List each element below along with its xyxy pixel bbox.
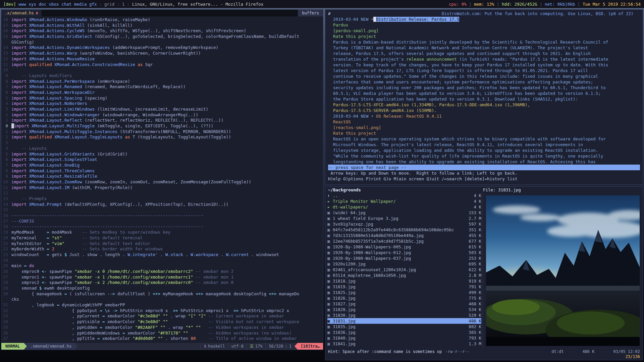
- workspace-item[interactable]: sys: [26, 2, 36, 7]
- link[interactable]: Pardus-17.5-LTS-XFCE-amd64.iso (1,334MB)…: [328, 102, 530, 107]
- file-row[interactable]: ▣(wide) 64.jpg153 K: [327, 210, 481, 216]
- percent-label: 17%: [255, 344, 263, 349]
- image-file-icon: ▣: [327, 301, 333, 307]
- file-row[interactable]: ▣31825.jpg499 K: [327, 290, 481, 295]
- file-row[interactable]: ▣31828.jpg534 K: [327, 307, 481, 312]
- file-row[interactable]: ▣1920-By-1080-Wallpapers-037.jpg253 K: [327, 255, 481, 261]
- code-line: 18--------------------------------------…: [3, 224, 323, 230]
- file-row[interactable]: ▣31827.jpg468 K: [327, 301, 481, 307]
- link[interactable]: Rate this project: [328, 34, 376, 39]
- file-row[interactable]: ▣31818.jpg919 K: [327, 278, 481, 284]
- browser-text: "While the community wish-list for quali…: [328, 154, 603, 159]
- file-row[interactable]: ▣3vo91g7azxqz.jpg597 K: [327, 221, 481, 227]
- file-row[interactable]: ▣03114_mapletree_1680x1050.jpg2.8 M: [327, 273, 481, 278]
- file-row[interactable]: ▣1920x1200.jpg695 K: [327, 261, 481, 267]
- browser-text: #: [328, 11, 331, 16]
- file-row[interactable]: ▣31826.jpg775 K: [327, 295, 481, 301]
- link[interactable]: [reactos-small.png]: [328, 125, 381, 130]
- code-area[interactable]: 18import XMonad.Actions.WindowGo (runOrR…: [1, 16, 323, 343]
- file-size: 793 K: [464, 335, 481, 341]
- file-row[interactable]: ▣1920-By-1080-Wallpapers-005.jpg615 K: [327, 244, 481, 250]
- current-directory: ~/Backgrounds: [328, 187, 483, 192]
- line-number: 18: [3, 224, 11, 230]
- topbar-separator: :: [114, 2, 122, 7]
- file-row[interactable]: ▣31840.jpg793 K: [327, 335, 481, 341]
- link[interactable]: OS Release: ReactOS 0.4.11: [376, 114, 442, 119]
- preview-title: File: 31831.jpg: [483, 187, 640, 192]
- image-file-icon: ▣: [327, 318, 333, 324]
- link[interactable]: release announcement: [406, 57, 457, 62]
- link[interactable]: Rate this project: [328, 131, 376, 136]
- image-file-icon: ▣: [327, 312, 333, 318]
- column-number: 1: [289, 344, 291, 349]
- file-row[interactable]: ▣31835.jpg802 K: [327, 324, 481, 329]
- file-size: 351 K: [464, 227, 481, 233]
- workspace-item[interactable]: www: [16, 2, 26, 7]
- link[interactable]: Distribution Release: Pardus 17.5: [376, 17, 459, 22]
- file-list[interactable]: ↑..4 K▸Triple Monitor Wallpaper/4 K▸dt-w…: [325, 193, 483, 349]
- workspace-item[interactable]: media: [71, 2, 87, 7]
- file-row[interactable]: ▣31836.jpg365 K: [327, 329, 481, 335]
- file-row[interactable]: ▣1 wheat field Europe 3.jpg2.7 M: [327, 216, 481, 221]
- code-line: 33 , ppCurrent = xmobarColor "#c3e88d" "…: [3, 313, 323, 319]
- editor-tab[interactable]: .x/xmonad.hs ✘: [1, 10, 42, 16]
- file-row[interactable]: ▣04fc7e45d58112b2a9fe446c8c6358866b694e1…: [327, 227, 481, 233]
- file-size: 253 K: [464, 255, 481, 261]
- filemanager-header: ~/Backgrounds File: 31831.jpg: [325, 187, 643, 193]
- line-number: 15: [3, 34, 11, 40]
- browser-line: 2019-03-04 NEW • Distribution Release: P…: [328, 16, 640, 22]
- file-row[interactable]: ▣31841.jpg1.3 M: [327, 341, 481, 347]
- workspace-item[interactable]: chat: [59, 2, 72, 7]
- code-line: 6import XMonad.Layout.SimplestFloat: [3, 157, 323, 163]
- file-row[interactable]: ▣31819.jpg791 K: [327, 284, 481, 290]
- line-number: 28: [3, 280, 11, 286]
- workspace-item[interactable]: vbox: [46, 2, 59, 7]
- file-row[interactable]: ▣7d3c13155880e514a8d6d70510be449a.jpg455…: [327, 233, 481, 238]
- code-line: 23windowCount = gets $ Just . show . len…: [3, 252, 323, 258]
- browser-text: 60.5.1; VLC media player has been update…: [328, 91, 601, 96]
- code-line: 17import XMonad.Actions.WithAll (sinkAll…: [3, 23, 323, 28]
- image-file-icon: ▣: [327, 324, 333, 329]
- file-row[interactable]: ▣12ee746bb85735f1a7a4cd4d7f581b5c.jpg677…: [327, 238, 481, 244]
- filetype-label: haskell: [208, 344, 225, 349]
- workspace-item[interactable]: gfx: [87, 2, 97, 7]
- folder-icon: ▸: [327, 198, 333, 204]
- image-file-icon: ▣: [327, 210, 333, 216]
- file-size: 695 K: [464, 261, 481, 267]
- code-line: 25main = do: [3, 263, 323, 269]
- file-row[interactable]: ↑..4 K: [327, 193, 481, 198]
- file-name: 31826.jpg: [333, 295, 464, 301]
- image-file-icon: ▣: [327, 284, 333, 290]
- topbar-left: [dev] www sys doc vbox chat media gfx : …: [3, 2, 263, 7]
- code-line: 17---CONFIG: [3, 219, 323, 224]
- file-date: 03/05 12:02: [613, 349, 640, 354]
- link[interactable]: Pardus: [328, 22, 348, 27]
- workspace-current[interactable]: [dev]: [3, 2, 16, 7]
- file-row[interactable]: ▣02461_africansunset_1280x1024.jpg622 K: [327, 267, 481, 273]
- line-number: 17: [3, 23, 11, 28]
- file-row[interactable]: ▣1920-By-1080-Wallpapers-012.jpg503 K: [327, 250, 481, 255]
- powerline-separator-icon: [24, 343, 27, 350]
- browser-text: [331, 11, 442, 16]
- line-number: 4: [3, 146, 11, 152]
- file-size: 455 K: [464, 233, 481, 238]
- line-number: 31: [3, 302, 11, 308]
- file-row[interactable]: ▣31831.jpg486 K: [327, 318, 481, 324]
- line-number: 9: [3, 73, 11, 79]
- editor-window: .x/xmonad.hs ✘ buffers 18import XMonad.A…: [1, 9, 323, 350]
- file-row[interactable]: ▸dt-wallpapers/4 K: [327, 204, 481, 210]
- browser-line: Pardus-17.5-LTS-SERVER-amd64.iso (530MB)…: [328, 108, 640, 113]
- code-line: 4import XMonad.Layout.NoBorders: [3, 101, 323, 107]
- link[interactable]: [pardus-small.png]: [328, 28, 379, 33]
- browser-text: version. To keep track of the changes, y…: [328, 62, 608, 67]
- file-row[interactable]: ▣31830.jpg529 K: [327, 312, 481, 318]
- link[interactable]: Pardus-17.5-LTS-SERVER-amd64.iso (530MB)…: [328, 108, 437, 113]
- workspace-item[interactable]: doc: [36, 2, 46, 7]
- browser-line: Turkey (TÜBİTAK) and National Academic N…: [328, 45, 640, 51]
- line-number: 2: [3, 134, 11, 140]
- buffers-button[interactable]: buffers: [298, 10, 323, 16]
- file-row[interactable]: ▸Triple Monitor Wallpaper/4 K: [327, 198, 481, 204]
- code-line: cks: [3, 297, 323, 302]
- link[interactable]: ReactOS: [328, 119, 351, 124]
- browser-text: Pardus is a Debian-based distribution jo…: [328, 40, 608, 45]
